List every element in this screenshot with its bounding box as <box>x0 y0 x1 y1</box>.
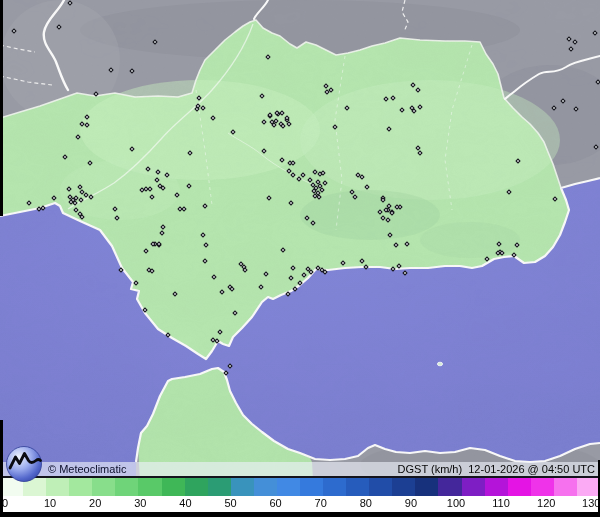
scale-tick-label: 30 <box>134 497 146 509</box>
weather-map-screenshot: © Meteoclimatic DGST (km/h) 12-01-2026 @… <box>0 0 600 517</box>
scale-tick-label: 20 <box>89 497 101 509</box>
scale-tick-label: 10 <box>44 497 56 509</box>
color-scale-cell <box>277 478 300 496</box>
bottom-border <box>0 512 600 517</box>
scale-tick-label: 50 <box>224 497 236 509</box>
color-scale-cell <box>346 478 369 496</box>
color-scale-cell <box>231 478 254 496</box>
scale-tick-label: 60 <box>269 497 281 509</box>
color-scale-cell <box>92 478 115 496</box>
color-scale-cell <box>508 478 531 496</box>
color-scale-cell <box>554 478 577 496</box>
scale-tick-label: 110 <box>492 497 510 509</box>
color-scale-cell <box>46 478 69 496</box>
color-scale-cell <box>438 478 461 496</box>
color-scale-cell <box>300 478 323 496</box>
color-scale-cell <box>69 478 92 496</box>
color-scale-cell <box>392 478 415 496</box>
scale-tick-label: 90 <box>405 497 417 509</box>
copyright-text: © Meteoclimatic <box>48 462 126 476</box>
color-scale-cell <box>162 478 185 496</box>
color-scale <box>0 478 600 496</box>
scale-ticks: 0102030405060708090100110120130 <box>0 496 600 512</box>
left-border-bottom <box>0 420 3 517</box>
map-canvas <box>0 0 600 480</box>
product-title: DGST (km/h) 12-01-2026 @ 04:50 UTC <box>398 462 595 476</box>
scale-tick-label: 40 <box>179 497 191 509</box>
color-scale-cell <box>254 478 277 496</box>
scale-tick-label: 80 <box>360 497 372 509</box>
scale-tick-label: 100 <box>447 497 465 509</box>
color-scale-cell <box>462 478 485 496</box>
color-scale-cell <box>485 478 508 496</box>
color-scale-cell <box>115 478 138 496</box>
color-scale-cell <box>208 478 231 496</box>
color-scale-cell <box>577 478 600 496</box>
color-scale-cell <box>369 478 392 496</box>
color-scale-cell <box>415 478 438 496</box>
grain-texture <box>0 0 600 480</box>
color-scale-cell <box>138 478 161 496</box>
meteoclimatic-logo-icon <box>5 444 45 484</box>
color-scale-cell <box>323 478 346 496</box>
scale-tick-label: 70 <box>315 497 327 509</box>
left-border-top <box>0 0 3 216</box>
scale-tick-label: 120 <box>537 497 555 509</box>
scale-tick-label: 0 <box>2 497 8 509</box>
color-scale-cell <box>531 478 554 496</box>
color-scale-cell <box>185 478 208 496</box>
info-bar: © Meteoclimatic DGST (km/h) 12-01-2026 @… <box>0 462 600 478</box>
